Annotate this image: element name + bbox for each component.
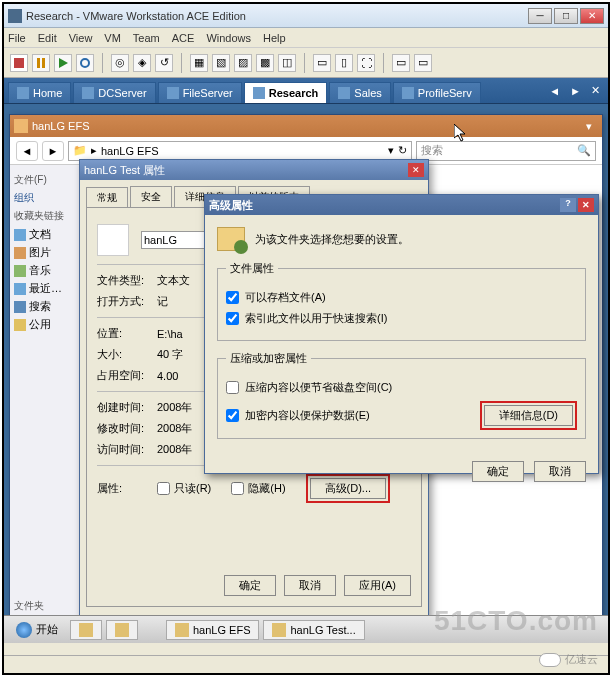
tab-fileserver[interactable]: FileServer [158, 82, 242, 103]
properties-icon [272, 623, 286, 637]
compress-encrypt-legend: 压缩或加密属性 [226, 351, 311, 366]
menu-edit[interactable]: Edit [38, 32, 57, 44]
search-placeholder: 搜索 [421, 143, 443, 158]
menu-view[interactable]: View [69, 32, 93, 44]
address-bar[interactable]: 📁 ▸ hanLG EFS ▾ ↻ [68, 141, 412, 161]
close-icon[interactable]: ✕ [578, 198, 594, 212]
sidebar-item-documents[interactable]: 文档 [14, 227, 75, 242]
advanced-titlebar[interactable]: 高级属性 ? ✕ [205, 195, 598, 215]
details-button[interactable]: 详细信息(D) [484, 405, 573, 426]
tool-icon[interactable]: ▦ [190, 54, 208, 72]
search-icon[interactable]: 🔍 [577, 144, 591, 157]
sidebar-item-public[interactable]: 公用 [14, 317, 75, 332]
svg-point-4 [81, 59, 89, 67]
ok-button[interactable]: 确定 [224, 575, 276, 596]
sidebar-item-recent[interactable]: 最近… [14, 281, 75, 296]
svg-rect-2 [42, 58, 45, 68]
menu-windows[interactable]: Windows [206, 32, 251, 44]
taskbar-quicklaunch[interactable] [70, 620, 102, 640]
reset-icon[interactable] [76, 54, 94, 72]
help-icon[interactable]: ? [560, 198, 576, 212]
vmware-titlebar: Research - VMware Workstation ACE Editio… [4, 4, 608, 28]
sidebar-item-pictures[interactable]: 图片 [14, 245, 75, 260]
dropdown-icon[interactable]: ▾ [388, 144, 394, 157]
archive-checkbox[interactable]: 可以存档文件(A) [226, 290, 577, 305]
file-menu-label[interactable]: 文件(F) [14, 173, 75, 187]
advanced-title: 高级属性 [209, 198, 560, 213]
tool-icon[interactable]: ▩ [256, 54, 274, 72]
index-checkbox[interactable]: 索引此文件以用于快速搜索(I) [226, 311, 577, 326]
forward-button[interactable]: ► [42, 141, 64, 161]
menu-team[interactable]: Team [133, 32, 160, 44]
snapshot-icon[interactable]: ◎ [111, 54, 129, 72]
close-button[interactable]: ✕ [580, 8, 604, 24]
cancel-button[interactable]: 取消 [534, 461, 586, 482]
explorer-dropdown-icon[interactable]: ▾ [586, 120, 592, 133]
attributes-label: 属性: [97, 481, 157, 496]
apply-button[interactable]: 应用(A) [344, 575, 411, 596]
file-attributes-group: 文件属性 可以存档文件(A) 索引此文件以用于快速搜索(I) [217, 261, 586, 341]
encrypt-checkbox[interactable]: 加密内容以便保护数据(E) [226, 408, 370, 423]
properties-titlebar[interactable]: hanLG Test 属性 ✕ [80, 160, 428, 180]
search-input[interactable]: 搜索 🔍 [416, 141, 596, 161]
explorer-titlebar[interactable]: hanLG EFS ▾ [10, 115, 602, 137]
menu-vm[interactable]: VM [104, 32, 121, 44]
created-label: 创建时间: [97, 400, 157, 415]
accessed-label: 访问时间: [97, 442, 157, 457]
vmware-title: Research - VMware Workstation ACE Editio… [26, 10, 528, 22]
monitor-icon [253, 87, 265, 99]
location-label: 位置: [97, 326, 157, 341]
play-icon[interactable] [54, 54, 72, 72]
menu-help[interactable]: Help [263, 32, 286, 44]
tool-icon[interactable]: ▨ [234, 54, 252, 72]
taskbar-item-properties[interactable]: hanLG Test... [263, 620, 364, 640]
maximize-button[interactable]: □ [554, 8, 578, 24]
properties-title: hanLG Test 属性 [84, 163, 408, 178]
ok-button[interactable]: 确定 [472, 461, 524, 482]
tab-home[interactable]: Home [8, 82, 71, 103]
vmware-app-icon [8, 9, 22, 23]
refresh-icon[interactable]: ↻ [398, 144, 407, 157]
tab-research[interactable]: Research [244, 82, 328, 103]
view-icon[interactable]: ▭ [414, 54, 432, 72]
tab-dcserver[interactable]: DCServer [73, 82, 155, 103]
organize-link[interactable]: 组织 [14, 191, 75, 205]
tab-sales[interactable]: Sales [329, 82, 391, 103]
cancel-button[interactable]: 取消 [284, 575, 336, 596]
tab-profileserv[interactable]: ProfileServ [393, 82, 481, 103]
monitor-icon [402, 87, 414, 99]
tool-icon[interactable]: ▧ [212, 54, 230, 72]
sidebar-item-music[interactable]: 音乐 [14, 263, 75, 278]
menu-file[interactable]: File [8, 32, 26, 44]
menu-ace[interactable]: ACE [172, 32, 195, 44]
compress-checkbox[interactable]: 压缩内容以便节省磁盘空间(C) [226, 380, 577, 395]
stop-icon[interactable] [10, 54, 28, 72]
view-icon[interactable]: ▯ [335, 54, 353, 72]
close-icon[interactable]: ✕ [408, 163, 424, 177]
start-label: 开始 [36, 622, 58, 637]
vm-tabs: Home DCServer FileServer Research Sales … [4, 78, 608, 104]
pause-icon[interactable] [32, 54, 50, 72]
fullscreen-icon[interactable]: ⛶ [357, 54, 375, 72]
tab-scroll-right[interactable]: ► [566, 78, 585, 103]
folders-header[interactable]: 文件夹 [14, 599, 75, 613]
readonly-checkbox[interactable]: 只读(R) [157, 481, 211, 496]
revert-icon[interactable]: ↺ [155, 54, 173, 72]
view-icon[interactable]: ▭ [313, 54, 331, 72]
tool-icon[interactable]: ◫ [278, 54, 296, 72]
sidebar-item-search[interactable]: 搜索 [14, 299, 75, 314]
taskbar-item-explorer[interactable]: hanLG EFS [166, 620, 259, 640]
tab-close[interactable]: ✕ [587, 78, 604, 103]
tab-scroll-left[interactable]: ◄ [545, 78, 564, 103]
minimize-button[interactable]: ─ [528, 8, 552, 24]
snapshot-mgr-icon[interactable]: ◈ [133, 54, 151, 72]
vmware-menubar: File Edit View VM Team ACE Windows Help [4, 28, 608, 48]
tab-general[interactable]: 常规 [86, 187, 128, 208]
start-button[interactable]: 开始 [8, 620, 66, 640]
folder-settings-icon [217, 227, 245, 251]
file-attributes-legend: 文件属性 [226, 261, 278, 276]
tab-security[interactable]: 安全 [130, 186, 172, 207]
back-button[interactable]: ◄ [16, 141, 38, 161]
taskbar-quicklaunch[interactable] [106, 620, 138, 640]
view-icon[interactable]: ▭ [392, 54, 410, 72]
